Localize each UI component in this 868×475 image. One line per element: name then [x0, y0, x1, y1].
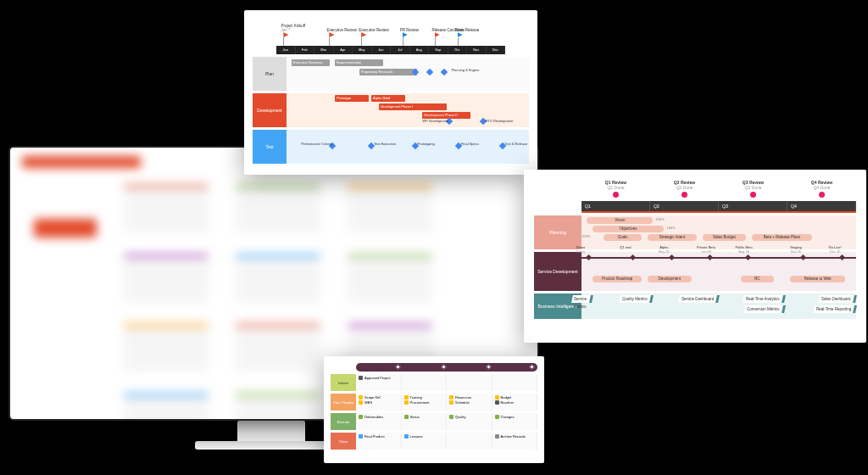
template-card: [348, 185, 432, 232]
task-bar: Experimentation: [335, 59, 383, 66]
month-cell: Aug: [410, 46, 430, 54]
milestone-label: Test & Release: [504, 142, 527, 146]
task-bar: Vision: [587, 217, 653, 224]
color-icon: [495, 434, 499, 439]
lane-label: Planning: [534, 215, 581, 249]
review-marker: Q2 ReviewQ2 Done: [650, 180, 719, 198]
bi-bar: Real-Time Reporting: [813, 305, 857, 313]
task-bar: Strategic Intent: [648, 234, 697, 241]
canvas: Project KickoffJan 7Executive ReviewExec…: [0, 0, 868, 475]
dot-icon: [750, 192, 756, 198]
bi-bar: Service Metrics: [571, 295, 593, 303]
milestone-label: Private BetaJun 04: [697, 245, 715, 254]
milestone-label: StagingNov 05: [790, 245, 802, 254]
month-axis: JanFebMarAprMayJunJulAugSepOctNovDec: [276, 46, 505, 54]
month-cell: Dec: [487, 46, 506, 54]
task-chip: Status: [404, 415, 444, 419]
lane-service-dev: Service Development DemoTodayQ1 endAlpha…: [534, 252, 856, 291]
task-chip: Final Product: [359, 434, 398, 439]
grid-cell: Deliverables: [356, 413, 402, 430]
grid-cell: [402, 374, 448, 391]
template-card: [236, 254, 320, 302]
quarter-cell: Q2: [650, 201, 719, 211]
color-icon: [359, 400, 363, 405]
primary-button-blur: [34, 219, 97, 238]
template-card: [348, 254, 432, 302]
review-marker: Q1 ReviewQ1 Done: [581, 180, 650, 198]
grid-cell: BudgetBaseline: [492, 394, 538, 411]
color-icon: [404, 415, 409, 419]
percent-label: 100%: [655, 217, 664, 221]
milestone-flag: PR Review: [400, 28, 419, 46]
color-icon: [404, 434, 409, 439]
task-chip: Baseline: [495, 400, 535, 405]
quarter-cell: Q1: [581, 201, 650, 211]
diamond-icon: [669, 254, 675, 260]
diamond-icon: [839, 254, 845, 260]
bi-bar: Real-Time Analytics: [743, 295, 786, 303]
milestone-label: RTU Development: [486, 119, 514, 123]
task-chip: Training: [404, 395, 444, 400]
task-chip: Approved Project: [359, 376, 398, 380]
milestone-flag: Project KickoffJan 7: [281, 24, 305, 46]
grid-cell: TrainingProcurement: [402, 394, 448, 411]
milestone-label: Planning & Engine: [451, 68, 479, 72]
month-cell: Feb: [296, 46, 315, 54]
roadmap-preview-right: Q1 ReviewQ1 DoneQ2 ReviewQ2 DoneQ3 Revie…: [524, 170, 866, 343]
bi-bar: Sales Dashboard: [819, 295, 857, 303]
milestone-line: [581, 257, 856, 259]
today-line: [581, 211, 856, 213]
month-cell: Jan: [276, 46, 296, 54]
milestone-label: Performance Criteria: [301, 142, 332, 146]
gantt-preview-top: Project KickoffJan 7Executive ReviewExec…: [244, 10, 537, 175]
color-icon: [404, 400, 409, 405]
dot-icon: [613, 192, 619, 198]
diamond-icon: [426, 69, 433, 75]
grid-cell: [447, 433, 492, 450]
diamond-icon: [586, 254, 592, 260]
diamond-icon: [441, 69, 448, 75]
month-cell: Nov: [467, 46, 487, 54]
bi-bar: Service Dashboard: [678, 295, 720, 303]
bi-bar: Quality Metrics: [620, 295, 654, 303]
grid-cell: Final Product: [356, 433, 402, 450]
diamond-icon: [800, 254, 806, 260]
month-cell: Mar: [314, 46, 334, 54]
percent-label: 100%: [666, 226, 675, 230]
milestone-label: Prototyping: [417, 142, 434, 146]
task-bar: Goals: [604, 234, 642, 241]
month-cell: Jul: [391, 46, 410, 54]
task-bar: Beta + Release Plans: [752, 234, 812, 241]
lane-business-intel: Business Intelligence Service MetricsQua…: [534, 293, 856, 319]
task-bar: Alpha Build: [371, 95, 405, 102]
task-bar: RC: [741, 276, 774, 282]
app-title-blur: [22, 156, 141, 168]
task-chip: WBS: [359, 400, 398, 405]
color-icon: [495, 400, 499, 405]
task-chip: Quality: [449, 415, 489, 419]
task-chip: Resources: [449, 395, 489, 400]
color-icon: [359, 415, 363, 419]
task-bar: Release to Web: [790, 276, 845, 282]
task-chip: Budget: [495, 395, 535, 400]
lane-label: Execute: [331, 413, 356, 430]
lane-label: Development: [253, 93, 287, 127]
template-card: [124, 254, 209, 302]
milestone-flag: Executive Review: [359, 28, 389, 46]
swimlane-row: ExecuteDeliverablesStatusQualityChanges: [331, 413, 537, 430]
milestone-label: Go Live!Dec 20: [829, 245, 842, 254]
percent-label: 100%: [581, 234, 590, 238]
lane-label: Service Development: [534, 252, 581, 291]
grid-cell: ResourcesSchedule: [447, 394, 492, 411]
template-card: [236, 394, 320, 421]
milestone-flag: Executive Review: [326, 28, 357, 46]
color-icon: [359, 395, 363, 400]
quarter-cell: Q4: [787, 201, 856, 211]
grid-cell: Archive Records: [492, 433, 538, 450]
task-bar: Proprietary Research: [359, 69, 418, 75]
task-bar: Product Roadmap: [593, 276, 642, 282]
grid-cell: [492, 374, 538, 391]
lane-label: Close: [331, 433, 356, 450]
milestone-label: Final Specs: [461, 142, 479, 146]
lane-label: Plan / Replan: [331, 394, 356, 411]
